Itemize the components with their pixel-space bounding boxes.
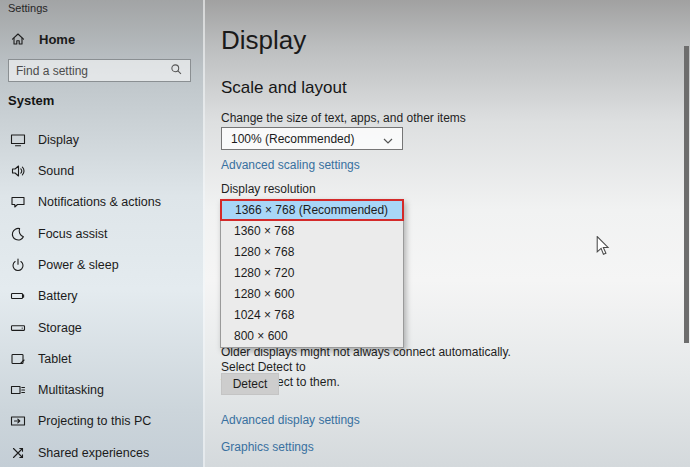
storage-icon [10, 320, 26, 336]
window-title: Settings [8, 2, 48, 14]
graphics-settings-link[interactable]: Graphics settings [221, 440, 314, 454]
tablet-icon [10, 351, 26, 367]
sidebar-item-display[interactable]: Display [0, 124, 203, 155]
multitasking-icon [10, 382, 26, 398]
chevron-down-icon [383, 130, 393, 148]
power-sleep-icon [10, 257, 26, 273]
shared-experiences-icon [10, 445, 26, 461]
sidebar-item-label: Display [38, 133, 79, 147]
resolution-option[interactable]: 1360 × 768 [221, 221, 403, 242]
sidebar-item-label: Notifications & actions [38, 195, 161, 209]
settings-sidebar: Settings Home Find a setting System Disp… [0, 0, 205, 467]
resolution-option[interactable]: 800 × 600 [221, 326, 403, 347]
advanced-scaling-link[interactable]: Advanced scaling settings [221, 158, 360, 172]
resolution-option[interactable]: 1280 × 720 [221, 263, 403, 284]
sidebar-item-projecting[interactable]: Projecting to this PC [0, 405, 203, 436]
sidebar-item-focus-assist[interactable]: Focus assist [0, 218, 203, 249]
display-resolution-label: Display resolution [221, 182, 316, 196]
home-icon [10, 31, 26, 47]
sidebar-item-label: Power & sleep [38, 258, 119, 272]
search-placeholder: Find a setting [16, 64, 88, 78]
sidebar-item-shared-experiences[interactable]: Shared experiences [0, 437, 203, 467]
page-title: Display [221, 25, 306, 56]
advanced-display-settings-link[interactable]: Advanced display settings [221, 413, 360, 427]
sidebar-item-label: Shared experiences [38, 446, 149, 460]
resolution-option[interactable]: 1280 × 600 [221, 284, 403, 305]
sidebar-item-sound[interactable]: Sound [0, 155, 203, 186]
resolution-option[interactable]: 1024 × 768 [221, 305, 403, 326]
battery-icon [10, 288, 26, 304]
sidebar-item-multitasking[interactable]: Multitasking [0, 374, 203, 405]
notifications-icon [10, 194, 26, 210]
resolution-option-selected[interactable]: 1366 × 768 (Recommended) [220, 199, 404, 221]
sidebar-item-tablet[interactable]: Tablet [0, 343, 203, 374]
sidebar-item-power-sleep[interactable]: Power & sleep [0, 249, 203, 280]
scale-layout-heading: Scale and layout [221, 78, 347, 98]
mouse-cursor [596, 236, 610, 260]
sidebar-home-label: Home [39, 32, 75, 47]
resolution-option[interactable]: 1280 × 768 [221, 242, 403, 263]
sidebar-item-battery[interactable]: Battery [0, 280, 203, 311]
size-change-label: Change the size of text, apps, and other… [221, 111, 466, 125]
sidebar-item-label: Storage [38, 321, 82, 335]
sidebar-item-label: Battery [38, 289, 78, 303]
search-input[interactable]: Find a setting [8, 59, 191, 82]
sidebar-item-label: Focus assist [38, 227, 107, 241]
focus-assist-icon [10, 226, 26, 242]
sidebar-item-label: Projecting to this PC [38, 414, 151, 428]
projecting-icon [10, 413, 26, 429]
sidebar-item-notifications[interactable]: Notifications & actions [0, 186, 203, 217]
display-icon [10, 132, 26, 148]
sidebar-section-title: System [8, 93, 54, 108]
scale-dropdown-value: 100% (Recommended) [231, 132, 354, 146]
sidebar-item-label: Sound [38, 164, 74, 178]
sidebar-item-storage[interactable]: Storage [0, 312, 203, 343]
detect-button[interactable]: Detect [221, 373, 279, 395]
page-scrollbar[interactable] [684, 46, 689, 343]
sidebar-item-home[interactable]: Home [10, 31, 75, 47]
scale-dropdown[interactable]: 100% (Recommended) [221, 127, 403, 150]
resolution-dropdown-list: 1366 × 768 (Recommended) 1360 × 768 1280… [220, 199, 404, 348]
search-icon[interactable] [170, 62, 183, 80]
multiple-displays-line1: Older displays might not always connect … [221, 345, 541, 375]
display-settings-page: Display Scale and layout Change the size… [207, 0, 690, 467]
sound-icon [10, 163, 26, 179]
sidebar-item-label: Multitasking [38, 383, 104, 397]
sidebar-item-label: Tablet [38, 352, 71, 366]
